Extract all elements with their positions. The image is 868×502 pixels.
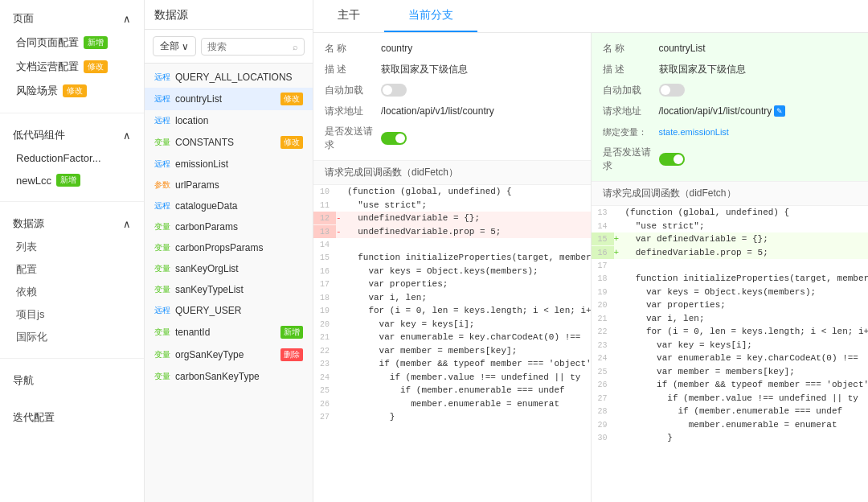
datasource-list-item[interactable]: 远程 countryList 修改	[145, 88, 313, 110]
code-line: 25 if (member.enumerable === undef	[313, 384, 591, 397]
line-number: 24	[313, 371, 336, 384]
sidebar-sub-config-label: 配置	[16, 263, 37, 275]
sidebar-item-risk-badge: 修改	[63, 84, 87, 97]
datasource-list-item[interactable]: 变量 tenantId 新增	[145, 321, 313, 344]
sidebar-sub-i18n[interactable]: 国际化	[0, 326, 144, 348]
sidebar-section-pages-header[interactable]: 页面 ∧	[0, 6, 144, 31]
url-edit-icon[interactable]: ✎	[774, 105, 785, 117]
line-number: 23	[313, 357, 336, 370]
sidebar-item-doc-label: 文档运营配置	[16, 60, 79, 74]
datasource-list-item[interactable]: 远程 location	[145, 110, 313, 131]
datasource-list-item[interactable]: 远程 QUERY_ALL_LOCATIONS	[145, 67, 313, 88]
sidebar-section-nav-header[interactable]: 导航	[0, 368, 144, 393]
sidebar-section-datasource: 数据源 ∧ 列表 配置 依赖 项目js 国际化	[0, 205, 144, 355]
ds-name-label: QUERY_USER	[175, 305, 303, 316]
branch-desc-value: 获取国家及下级信息	[659, 63, 746, 76]
code-line: 29 member.enumerable = enumerat	[592, 418, 869, 432]
tab-trunk[interactable]: 主干	[313, 0, 384, 32]
branch-desc-label: 描 述	[603, 63, 659, 76]
main-panels: 名 称 country 描 述 获取国家及下级信息 自动加载 请求地址 /loc…	[313, 33, 868, 502]
datasource-list: 远程 QUERY_ALL_LOCATIONS 远程 countryList 修改…	[145, 64, 313, 502]
trunk-url-label: 请求地址	[325, 105, 381, 118]
sidebar-sub-projectjs-label: 项目js	[16, 308, 44, 320]
sidebar-section-lowcode-header[interactable]: 低代码组件 ∧	[0, 123, 144, 147]
trunk-panel: 名 称 country 描 述 获取国家及下级信息 自动加载 请求地址 /loc…	[313, 33, 592, 502]
branch-panel: 名 称 countryList 描 述 获取国家及下级信息 自动加载 请求地址 …	[592, 33, 869, 502]
datasource-list-item[interactable]: 变量 orgSanKeyType 删除	[145, 344, 313, 366]
tab-branch[interactable]: 当前分支	[384, 0, 477, 32]
trunk-autoload-toggle[interactable]	[381, 84, 407, 97]
trunk-url-row: 请求地址 /location/api/v1/list/country	[325, 101, 579, 121]
trunk-code-area[interactable]: 10 (function (global, undefined) { 11 "u…	[313, 185, 591, 502]
branch-code-area[interactable]: 13 (function (global, undefined) { 14 "u…	[592, 206, 869, 502]
datasource-list-item[interactable]: 变量 carbonSanKeyType	[145, 366, 313, 387]
code-line: 14	[313, 238, 591, 251]
sidebar-sub-list[interactable]: 列表	[0, 236, 144, 258]
code-content: var member = members[key];	[622, 365, 869, 379]
sidebar-section-datasource-header[interactable]: 数据源 ∧	[0, 212, 144, 236]
sidebar-section-lowcode-label: 低代码组件	[13, 128, 65, 142]
diff-marker: +	[614, 232, 622, 246]
code-line: 21 var i, len;	[592, 312, 869, 326]
ds-type-label: 远程	[154, 93, 170, 105]
ds-name-label: location	[175, 115, 303, 126]
sidebar-item-contract[interactable]: 合同页面配置 新增	[0, 31, 144, 55]
trunk-autoload-label: 自动加载	[325, 84, 381, 97]
datasource-list-item[interactable]: 变量 sanKeyOrgList	[145, 258, 313, 279]
datasource-list-item[interactable]: 变量 sanKeyTypeList	[145, 279, 313, 300]
datasource-list-item[interactable]: 参数 urlParams	[145, 175, 313, 195]
sidebar-item-newlcc[interactable]: newLcc 新增	[0, 169, 144, 191]
branch-send-toggle[interactable]	[659, 153, 685, 166]
datasource-filter-label: 全部	[160, 39, 179, 53]
datasource-filter-select[interactable]: 全部 ∨	[153, 36, 196, 56]
code-line: 27 if (member.value !== undefined || ty	[592, 392, 869, 405]
sidebar-item-risk[interactable]: 风险场景 修改	[0, 79, 144, 103]
code-line: 22 for (i = 0, len = keys.length; i < le…	[592, 325, 869, 339]
datasource-search-input[interactable]	[207, 41, 289, 52]
line-number: 23	[592, 339, 614, 352]
sidebar-sub-config[interactable]: 配置	[0, 258, 144, 281]
code-line: 13 (function (global, undefined) {	[592, 206, 869, 220]
datasource-list-item[interactable]: 变量 carbonPropsParams	[145, 237, 313, 258]
branch-code-header: 请求完成回调函数（didFetch）	[592, 182, 869, 206]
line-number: 14	[592, 220, 614, 232]
ds-type-label: 变量	[154, 242, 170, 253]
line-number: 27	[592, 392, 614, 405]
datasource-list-item[interactable]: 变量 CONSTANTS 修改	[145, 131, 313, 154]
sidebar-section-nav-label: 导航	[13, 373, 34, 388]
sidebar-item-reductionfactor[interactable]: ReductionFactor...	[0, 147, 144, 169]
code-content: member.enumerable = enumerat	[344, 397, 591, 411]
datasource-list-item[interactable]: 变量 carbonParams	[145, 216, 313, 237]
sidebar-section-lowcode: 低代码组件 ∧ ReductionFactor... newLcc 新增	[0, 117, 144, 198]
line-number: 22	[592, 325, 614, 338]
datasource-list-item[interactable]: 远程 catalogueData	[145, 195, 313, 216]
line-number: 16	[592, 246, 614, 259]
code-line: 17 var properties;	[313, 278, 591, 291]
line-number: 13	[592, 206, 614, 219]
ds-type-label: 变量	[154, 327, 170, 338]
trunk-send-toggle[interactable]	[381, 132, 407, 145]
sidebar-sub-projectjs[interactable]: 项目js	[0, 303, 144, 326]
trunk-url-value: /location/api/v1/list/country	[381, 105, 494, 117]
sidebar-item-doc[interactable]: 文档运营配置 修改	[0, 55, 144, 79]
ds-name-label: orgSanKeyType	[175, 349, 276, 360]
ds-name-label: tenantId	[175, 327, 276, 338]
branch-autoload-toggle[interactable]	[659, 84, 685, 97]
line-number: 15	[592, 232, 614, 245]
code-line: 30 }	[592, 431, 869, 445]
ds-item-badge: 修改	[280, 136, 303, 149]
ds-item-badge: 新增	[280, 326, 303, 339]
branch-binding-value: state.emissionList	[659, 127, 729, 137]
sidebar-section-iteration-header[interactable]: 迭代配置	[0, 405, 144, 430]
line-number: 18	[313, 291, 336, 304]
ds-type-label: 变量	[154, 221, 170, 232]
datasource-list-item[interactable]: 远程 emissionList	[145, 154, 313, 175]
datasource-list-item[interactable]: 远程 QUERY_USER	[145, 300, 313, 321]
line-number: 25	[592, 365, 614, 378]
sidebar-sub-deps[interactable]: 依赖	[0, 281, 144, 303]
code-line: 19 var keys = Object.keys(members);	[592, 286, 869, 299]
trunk-fields: 名 称 country 描 述 获取国家及下级信息 自动加载 请求地址 /loc…	[313, 33, 591, 161]
branch-autoload-label: 自动加载	[603, 84, 659, 97]
sidebar-item-doc-badge: 修改	[84, 60, 108, 73]
code-content: undefinedVariable.prop = 5;	[344, 225, 591, 239]
